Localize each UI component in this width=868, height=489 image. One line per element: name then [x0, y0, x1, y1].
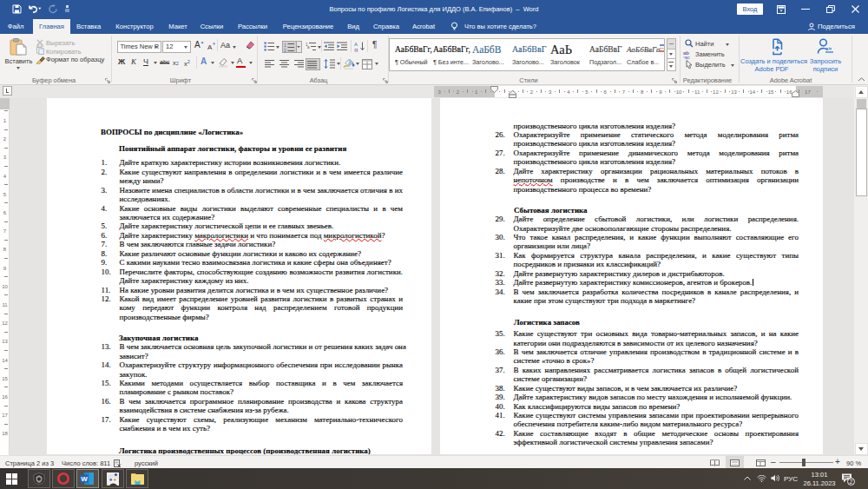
svg-text:ac: ac — [685, 55, 690, 60]
svg-text:Я: Я — [354, 48, 358, 52]
svg-text:2: 2 — [284, 49, 286, 52]
svg-text:W: W — [81, 475, 88, 483]
svg-text:x: x — [826, 46, 830, 51]
svg-text:1: 1 — [284, 43, 286, 47]
svg-text:А: А — [354, 42, 358, 47]
svg-text:a: a — [307, 45, 310, 50]
